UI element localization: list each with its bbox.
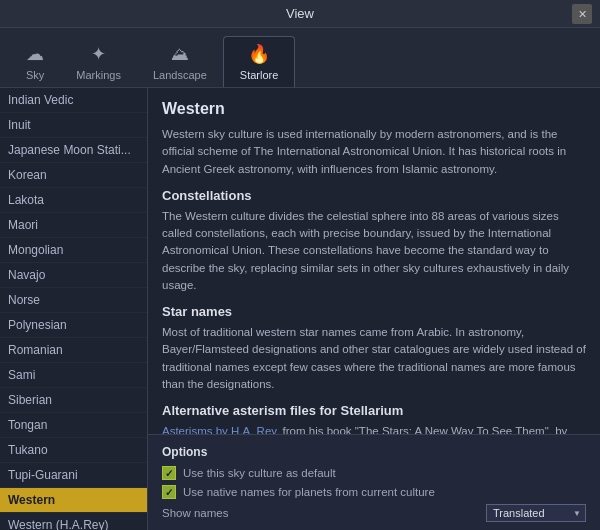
starlore-icon: 🔥 (248, 43, 270, 65)
sidebar-item-tupi-guarani[interactable]: Tupi-Guarani (0, 463, 147, 488)
show-names-dropdown-wrapper: Translated Native Pinyin English (486, 504, 586, 522)
markings-icon: ✦ (91, 43, 106, 65)
sidebar-item-maori[interactable]: Maori (0, 213, 147, 238)
checkbox-native[interactable] (162, 485, 176, 499)
tab-landscape[interactable]: ⛰ Landscape (137, 38, 223, 87)
show-names-row: Show names Translated Native Pinyin Engl… (162, 504, 586, 522)
content-panel: Western Western sky culture is used inte… (148, 88, 600, 530)
title-bar: View ✕ (0, 0, 600, 28)
sidebar-item-indian-vedic[interactable]: Indian Vedic (0, 88, 147, 113)
asterism-link[interactable]: Asterisms by H.A. Rey (162, 425, 276, 434)
option-label-native: Use native names for planets from curren… (183, 486, 435, 498)
sidebar-item-tongan[interactable]: Tongan (0, 413, 147, 438)
sidebar-item-western-harey[interactable]: Western (H.A.Rey) (0, 513, 147, 530)
checkbox-default[interactable] (162, 466, 176, 480)
option-row-default: Use this sky culture as default (162, 466, 586, 480)
show-names-dropdown[interactable]: Translated Native Pinyin English (486, 504, 586, 522)
sidebar: Indian Vedic Inuit Japanese Moon Stati..… (0, 88, 148, 530)
sidebar-item-navajo[interactable]: Navajo (0, 263, 147, 288)
star-names-heading: Star names (162, 304, 586, 319)
tab-markings[interactable]: ✦ Markings (60, 37, 137, 87)
tab-bar: ☁ Sky ✦ Markings ⛰ Landscape 🔥 Starlore (0, 28, 600, 88)
sidebar-item-tukano[interactable]: Tukano (0, 438, 147, 463)
tab-sky[interactable]: ☁ Sky (10, 37, 60, 87)
culture-title: Western (162, 100, 586, 118)
window-title: View (286, 6, 314, 21)
culture-intro: Western sky culture is used internationa… (162, 126, 586, 178)
options-title: Options (162, 445, 586, 459)
option-row-native: Use native names for planets from curren… (162, 485, 586, 499)
constellations-heading: Constellations (162, 188, 586, 203)
sidebar-item-korean[interactable]: Korean (0, 163, 147, 188)
sidebar-item-japanese[interactable]: Japanese Moon Stati... (0, 138, 147, 163)
content-scroll: Western Western sky culture is used inte… (148, 88, 600, 434)
sidebar-item-norse[interactable]: Norse (0, 288, 147, 313)
options-panel: Options Use this sky culture as default … (148, 434, 600, 530)
sidebar-item-siberian[interactable]: Siberian (0, 388, 147, 413)
asterism-link-text: Asterisms by H.A. Rey, from his book "Th… (162, 423, 586, 434)
tab-markings-label: Markings (76, 69, 121, 81)
sidebar-item-inuit[interactable]: Inuit (0, 113, 147, 138)
sky-icon: ☁ (26, 43, 44, 65)
sidebar-item-lakota[interactable]: Lakota (0, 188, 147, 213)
show-names-label: Show names (162, 507, 228, 519)
tab-starlore[interactable]: 🔥 Starlore (223, 36, 296, 87)
asterism-heading: Alternative asterism files for Stellariu… (162, 403, 586, 418)
close-button[interactable]: ✕ (572, 4, 592, 24)
main-area: Indian Vedic Inuit Japanese Moon Stati..… (0, 88, 600, 530)
option-label-default: Use this sky culture as default (183, 467, 336, 479)
sidebar-item-polynesian[interactable]: Polynesian (0, 313, 147, 338)
sidebar-item-western[interactable]: Western (0, 488, 147, 513)
sidebar-item-sami[interactable]: Sami (0, 363, 147, 388)
tab-sky-label: Sky (26, 69, 44, 81)
landscape-icon: ⛰ (171, 44, 189, 65)
constellations-body: The Western culture divides the celestia… (162, 208, 586, 294)
sidebar-item-mongolian[interactable]: Mongolian (0, 238, 147, 263)
star-names-body: Most of traditional western star names c… (162, 324, 586, 393)
sidebar-item-romanian[interactable]: Romanian (0, 338, 147, 363)
tab-landscape-label: Landscape (153, 69, 207, 81)
tab-starlore-label: Starlore (240, 69, 279, 81)
